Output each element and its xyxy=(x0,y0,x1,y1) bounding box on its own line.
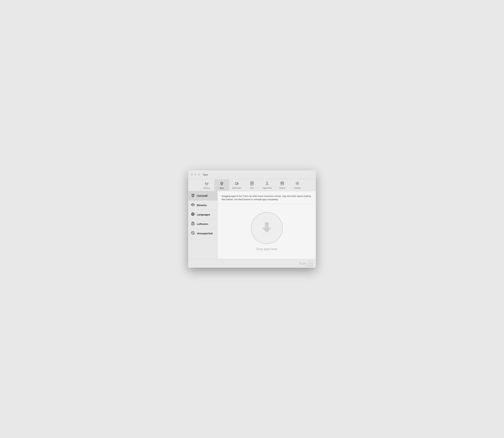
svg-line-26 xyxy=(192,232,194,234)
apps-icon xyxy=(220,181,224,186)
app-window: Apps Cleanup Apps xyxy=(188,170,316,268)
drop-arrow-icon xyxy=(259,220,274,236)
toolbar: Cleanup Apps Extensions xyxy=(188,179,316,191)
sidebar: Uninstall Binaries xyxy=(188,191,218,259)
toolbar-item-extensions[interactable]: Extensions xyxy=(229,179,245,191)
sidebar-item-uninstall[interactable]: Uninstall xyxy=(188,191,217,200)
content-description: Dragging apps to the Trash can often lea… xyxy=(222,195,312,201)
extensions-label: Extensions xyxy=(232,187,241,189)
unsupported-icon xyxy=(191,231,195,236)
uninstall-icon xyxy=(191,194,195,198)
watermark: Panfile.Store xyxy=(305,265,314,267)
svg-rect-22 xyxy=(191,223,194,225)
toolbar-item-cleanup[interactable]: Cleanup xyxy=(199,179,214,191)
settings-label: Settings xyxy=(294,187,301,189)
toolbar-item-apps[interactable]: Apps xyxy=(214,179,229,191)
extensions-icon xyxy=(235,181,239,186)
bottom-bar-container: Scan Panfile.Store xyxy=(188,259,316,268)
eraser-label: Eraser xyxy=(280,187,285,189)
sidebar-unsupported-label: Unsupported xyxy=(197,232,213,235)
svg-point-13 xyxy=(297,183,298,184)
sidebar-item-binaries[interactable]: Binaries xyxy=(188,200,217,210)
eraser-icon xyxy=(280,181,284,186)
sidebar-item-languages[interactable]: Languages xyxy=(188,210,217,219)
svg-point-7 xyxy=(267,182,268,183)
toolbar-item-login-items[interactable]: Login Items xyxy=(259,179,275,191)
svg-marker-28 xyxy=(262,228,271,233)
bottom-bar: Scan xyxy=(188,259,316,268)
minimize-button[interactable] xyxy=(194,174,197,176)
cleanup-label: Cleanup xyxy=(203,187,210,189)
sidebar-languages-label: Languages xyxy=(197,213,210,216)
fullscreen-button[interactable] xyxy=(198,174,200,176)
main-area: Uninstall Binaries xyxy=(188,191,316,259)
window-title: Apps xyxy=(203,173,208,176)
scan-label: Scan xyxy=(299,262,306,265)
drop-zone-label: Drop apps here xyxy=(256,247,277,251)
play-icon xyxy=(310,262,312,265)
content-header: Dragging apps to the Trash can often lea… xyxy=(218,191,316,204)
drop-zone[interactable]: Drop apps here xyxy=(218,204,316,259)
sidebar-item-leftovers[interactable]: Leftovers xyxy=(188,219,217,229)
files-icon xyxy=(250,181,254,186)
cleanup-icon xyxy=(204,181,209,186)
leftovers-icon xyxy=(191,222,195,226)
sidebar-binaries-label: Binaries xyxy=(197,204,207,207)
toolbar-item-files[interactable]: Files xyxy=(245,179,259,191)
sidebar-leftovers-label: Leftovers xyxy=(197,222,208,225)
content-area: Dragging apps to the Trash can often lea… xyxy=(218,191,316,259)
languages-icon xyxy=(191,212,195,217)
traffic-lights xyxy=(191,174,200,176)
svg-rect-27 xyxy=(265,222,269,228)
svg-rect-2 xyxy=(235,183,237,185)
apps-label: Apps xyxy=(220,187,224,189)
login-items-icon xyxy=(265,181,269,186)
drop-circle xyxy=(251,212,283,244)
sidebar-uninstall-label: Uninstall xyxy=(197,194,207,197)
toolbar-item-settings[interactable]: Settings xyxy=(290,179,305,191)
close-button[interactable] xyxy=(191,174,193,176)
binaries-icon xyxy=(191,203,195,208)
toolbar-item-eraser[interactable]: Eraser xyxy=(275,179,290,191)
login-items-label: Login Items xyxy=(262,187,272,189)
files-label: Files xyxy=(250,187,254,189)
settings-icon xyxy=(295,181,300,186)
sidebar-item-unsupported[interactable]: Unsupported xyxy=(188,229,217,238)
titlebar: Apps xyxy=(188,170,316,179)
